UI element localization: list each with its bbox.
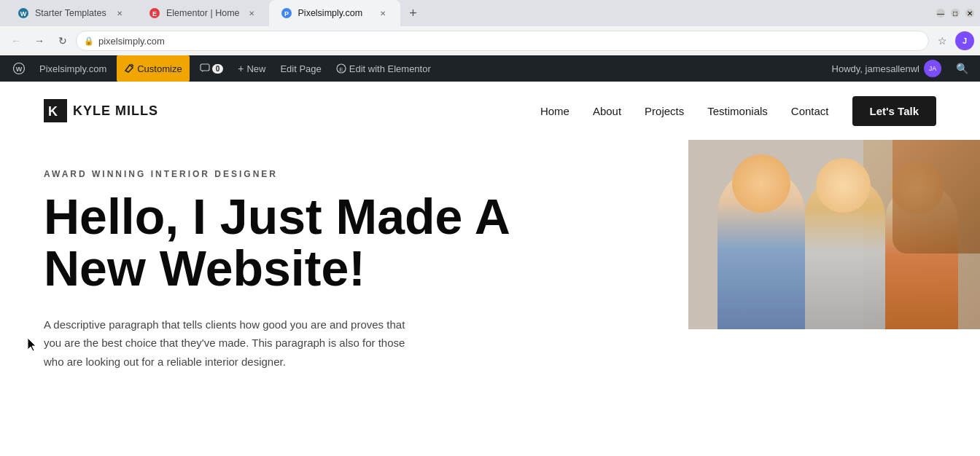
logo-k-icon: K [44, 99, 67, 122]
tab3-close-button[interactable]: ✕ [377, 7, 389, 19]
hero-photo-bg [688, 140, 980, 329]
customize-icon [124, 63, 134, 74]
svg-text:E: E [152, 10, 157, 17]
wp-logo-icon: W [13, 63, 25, 74]
person1-head [732, 154, 790, 213]
forward-button[interactable]: → [29, 31, 50, 51]
admin-search-button[interactable]: 🔍 [950, 63, 974, 74]
lock-icon: 🔒 [84, 36, 94, 46]
edit-page-label: Edit Page [280, 63, 321, 74]
elementor-icon: E [336, 63, 346, 74]
hero-description: A descriptive paragraph that tells clien… [44, 315, 423, 372]
nav-link-home[interactable]: Home [540, 105, 569, 117]
site-name-label: Pixelsimply.com [39, 63, 106, 74]
person2-head [816, 158, 871, 213]
howdy-user[interactable]: Howdy, jamesallenwl JA [826, 60, 947, 77]
new-content-item[interactable]: + New [230, 55, 273, 82]
browser-tab-2[interactable]: E Elementor | Home ✕ [137, 0, 269, 26]
nav-links: Home About Projects Testimonials Contact… [540, 96, 936, 126]
browser-tab-1[interactable]: W Starter Templates ✕ [6, 0, 137, 26]
comments-count: 0 [212, 64, 224, 74]
svg-rect-8 [201, 64, 209, 71]
svg-text:W: W [20, 10, 27, 17]
tab3-title: Pixelsimply.com [298, 8, 371, 18]
window-minimize-button[interactable]: — [936, 9, 945, 17]
hero-text-content: AWARD WINNING INTERIOR DESIGNER Hello, I… [44, 169, 534, 371]
profile-button[interactable]: J [955, 31, 974, 50]
svg-text:E: E [339, 66, 343, 73]
comments-item[interactable]: 0 [192, 55, 231, 82]
hero-subtitle: AWARD WINNING INTERIOR DESIGNER [44, 169, 534, 179]
window-maximize-button[interactable]: □ [951, 9, 960, 17]
logo-text: KYLE MILLS [73, 103, 158, 119]
wood-panel [892, 140, 980, 253]
user-avatar: JA [924, 60, 941, 77]
wp-admin-bar: W Pixelsimply.com Customize 0 + New Edit… [0, 55, 980, 82]
howdy-label: Howdy, jamesallenwl [832, 63, 919, 74]
svg-text:W: W [16, 66, 23, 73]
back-button[interactable]: ← [6, 31, 26, 51]
nav-link-testimonials[interactable]: Testimonials [707, 105, 768, 117]
hero-title-line1: Hello, I Just Made A [44, 189, 510, 244]
tab1-close-button[interactable]: ✕ [114, 7, 125, 19]
customize-item[interactable]: Customize [117, 55, 189, 82]
cta-button[interactable]: Let's Talk [852, 96, 936, 126]
nav-link-projects[interactable]: Projects [645, 105, 684, 117]
new-icon: + [238, 63, 244, 74]
window-close-button[interactable]: ✕ [965, 9, 974, 17]
comments-icon [200, 63, 210, 74]
tab2-title: Elementor | Home [166, 8, 240, 18]
browser-tab-3[interactable]: P Pixelsimply.com ✕ [269, 0, 400, 26]
site-logo[interactable]: K KYLE MILLS [44, 99, 158, 122]
tab2-close-button[interactable]: ✕ [246, 7, 257, 19]
site-icon-tab3: P [281, 7, 292, 19]
customize-label: Customize [137, 63, 182, 74]
address-text: pixelsimply.com [98, 36, 921, 47]
nav-link-about[interactable]: About [593, 105, 621, 117]
hero-title-line2: New Website! [44, 240, 365, 296]
site-name-item[interactable]: Pixelsimply.com [32, 55, 114, 82]
elementor-icon-tab2: E [149, 7, 160, 19]
address-bar[interactable]: 🔒 pixelsimply.com [76, 31, 929, 51]
svg-text:P: P [284, 10, 289, 17]
hero-image [688, 140, 980, 329]
reload-button[interactable]: ↻ [52, 31, 73, 51]
website-content: K KYLE MILLS Home About Projects Testimo… [0, 82, 980, 395]
hero-title: Hello, I Just Made A New Website! [44, 191, 534, 295]
bookmark-button[interactable]: ☆ [932, 31, 952, 51]
wp-logo-item[interactable]: W [6, 55, 32, 82]
edit-elementor-label: Edit with Elementor [349, 63, 431, 74]
edit-elementor-item[interactable]: E Edit with Elementor [329, 55, 438, 82]
tab1-title: Starter Templates [35, 8, 108, 18]
profile-initial: J [962, 36, 967, 45]
svg-text:K: K [48, 104, 58, 119]
wordpress-icon-tab1: W [18, 7, 29, 19]
edit-page-item[interactable]: Edit Page [273, 55, 328, 82]
nav-link-contact[interactable]: Contact [791, 105, 829, 117]
new-label: New [246, 63, 265, 74]
new-tab-button[interactable]: + [403, 3, 424, 23]
site-navigation: K KYLE MILLS Home About Projects Testimo… [0, 82, 980, 140]
hero-section: AWARD WINNING INTERIOR DESIGNER Hello, I… [0, 140, 980, 395]
